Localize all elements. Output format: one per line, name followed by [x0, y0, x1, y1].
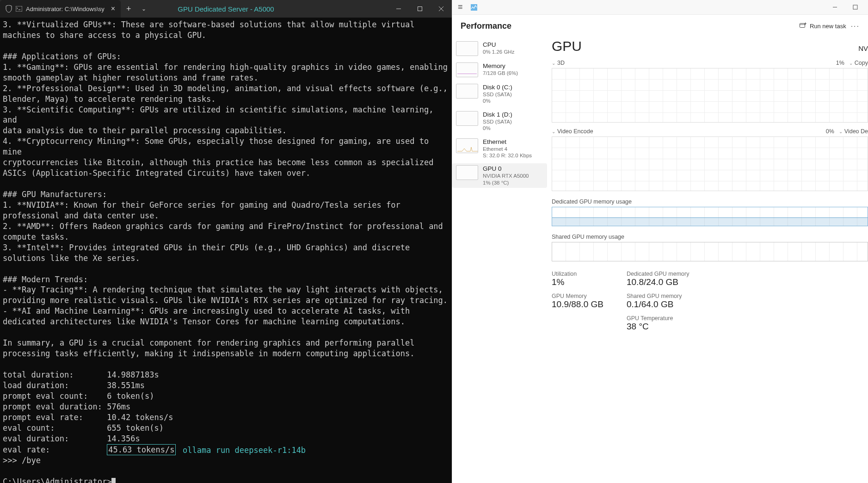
- window-controls: [388, 0, 452, 18]
- gpu-stats-grid: Utilization1% GPU Memory10.9/88.0 GB Ded…: [552, 271, 868, 332]
- graph-3d-label[interactable]: 3D: [557, 60, 565, 66]
- bye-line: >>> /bye: [3, 456, 41, 465]
- ethernet-thumbnail: [456, 138, 478, 153]
- eval-rate-highlight: 45.63 tokens/s: [107, 444, 176, 456]
- close-button[interactable]: [431, 0, 452, 18]
- graph-video-encode-label[interactable]: Video Encode: [557, 128, 593, 135]
- sidebar-item-label: GPU 0: [483, 165, 529, 172]
- stat-gpumem-value: 10.9/88.0 GB: [552, 299, 603, 310]
- graph-video-decode-label[interactable]: Video De: [844, 128, 868, 135]
- terminal-icon: [16, 6, 22, 12]
- tab-dropdown-button[interactable]: ⌄: [137, 6, 151, 12]
- sidebar-item-sub: NVIDIA RTX A5000 1% (38 °C): [483, 173, 529, 186]
- ollama-command-annotation: ollama run deepseek-r1:14b: [183, 445, 306, 456]
- task-manager-window: ≡ Performance Run new task ··· CPU0% 1.2…: [452, 0, 868, 483]
- terminal-body[interactable]: 3. **Virtualized GPUs**: These are softw…: [0, 18, 452, 483]
- disk0-thumbnail: [456, 84, 478, 99]
- cursor: [111, 478, 116, 483]
- tab-title: Administrator: C:\Windows\sy: [26, 6, 105, 12]
- chevron-down-icon[interactable]: ⌄: [849, 61, 853, 66]
- sidebar-item-sub: SSD (SATA) 0%: [483, 91, 512, 105]
- performance-sidebar: CPU0% 1.26 GHz Memory7/128 GB (6%) Disk …: [452, 35, 552, 483]
- stat-shmem-label: Shared GPU memory: [627, 293, 689, 299]
- sidebar-item-disk0[interactable]: Disk 0 (C:)SSD (SATA) 0%: [452, 82, 547, 106]
- svg-rect-2: [418, 7, 422, 11]
- chevron-down-icon[interactable]: ⌄: [552, 61, 555, 66]
- maximize-button[interactable]: [409, 0, 431, 18]
- shared-mem-label: Shared GPU memory usage: [552, 234, 868, 240]
- svg-rect-8: [800, 24, 805, 28]
- gpu0-thumbnail: [456, 165, 478, 180]
- performance-header: Performance Run new task ···: [452, 15, 868, 35]
- new-tab-button[interactable]: +: [121, 4, 137, 14]
- stat-temp-label: GPU Temperature: [627, 315, 689, 322]
- terminal-tab[interactable]: Administrator: C:\Windows\sy ×: [0, 0, 121, 18]
- gpu-detail-panel: GPU NV ⌄3D1%⌄Copy ⌄Video Encode0%⌄Video …: [552, 35, 868, 483]
- sidebar-item-label: Disk 1 (D:): [483, 111, 512, 118]
- chevron-down-icon[interactable]: ⌄: [552, 129, 555, 134]
- disk1-thumbnail: [456, 111, 478, 126]
- sidebar-item-sub: 7/128 GB (6%): [483, 70, 518, 76]
- graph-copy-label[interactable]: Copy: [855, 60, 868, 66]
- sidebar-item-cpu[interactable]: CPU0% 1.26 GHz: [452, 39, 547, 58]
- svg-rect-0: [16, 6, 22, 12]
- stat-utilization-label: Utilization: [552, 271, 603, 277]
- svg-rect-7: [853, 5, 857, 9]
- run-task-icon: [800, 22, 807, 30]
- run-new-task-button[interactable]: Run new task: [800, 22, 846, 30]
- taskmgr-window-controls: [825, 1, 865, 14]
- svg-rect-5: [471, 4, 477, 11]
- more-options-button[interactable]: ···: [851, 22, 860, 31]
- page-title: Performance: [461, 21, 511, 31]
- stat-shmem-value: 0.1/64.0 GB: [627, 299, 689, 310]
- graph-video-encode-pct: 0%: [826, 128, 834, 135]
- graph-dedicated-gpu-memory: [552, 207, 868, 226]
- graph-3d: [552, 68, 868, 123]
- terminal-output: 3. **Virtualized GPUs**: These are softw…: [3, 20, 448, 443]
- stat-dedmem-label: Dedicated GPU memory: [627, 271, 689, 277]
- sidebar-item-label: Ethernet: [483, 138, 532, 145]
- terminal-window: Administrator: C:\Windows\sy × + ⌄ GPU D…: [0, 0, 452, 483]
- cpu-thumbnail: [456, 41, 478, 56]
- sidebar-item-disk1[interactable]: Disk 1 (D:)SSD (SATA) 0%: [452, 109, 547, 134]
- sidebar-item-label: CPU: [483, 41, 514, 48]
- stat-utilization-value: 1%: [552, 277, 603, 287]
- graph-3d-pct: 1%: [836, 60, 844, 66]
- performance-content: CPU0% 1.26 GHz Memory7/128 GB (6%) Disk …: [452, 35, 868, 483]
- memory-thumbnail: [456, 62, 478, 77]
- terminal-titlebar[interactable]: Administrator: C:\Windows\sy × + ⌄ GPU D…: [0, 0, 452, 18]
- sidebar-item-sub: SSD (SATA) 0%: [483, 118, 512, 132]
- taskmgr-maximize-button[interactable]: [845, 1, 865, 14]
- graph-video-encode: [552, 136, 868, 191]
- hamburger-menu-button[interactable]: ≡: [455, 0, 466, 14]
- window-title: GPU Dedicated Server - A5000: [178, 5, 274, 13]
- sidebar-item-sub: Ethernet 4 S: 32.0 R: 32.0 Kbps: [483, 146, 532, 159]
- detail-title: GPU: [552, 38, 582, 54]
- dedicated-mem-label: Dedicated GPU memory usage: [552, 198, 868, 205]
- sidebar-item-memory[interactable]: Memory7/128 GB (6%): [452, 61, 547, 79]
- minimize-button[interactable]: [388, 0, 409, 18]
- chevron-down-icon[interactable]: ⌄: [839, 129, 843, 134]
- prompt-line: C:\Users\Administrator>: [3, 477, 111, 483]
- sidebar-item-ethernet[interactable]: EthernetEthernet 4 S: 32.0 R: 32.0 Kbps: [452, 136, 547, 161]
- stat-gpumem-label: GPU Memory: [552, 293, 603, 299]
- stat-dedmem-value: 10.8/24.0 GB: [627, 277, 689, 287]
- stat-temp-value: 38 °C: [627, 322, 689, 332]
- shield-icon: [6, 5, 12, 12]
- eval-rate-prefix: eval rate:: [3, 445, 107, 454]
- taskmgr-titlebar[interactable]: ≡: [452, 0, 868, 15]
- taskmgr-app-icon: [470, 4, 478, 11]
- sidebar-item-gpu0[interactable]: GPU 0NVIDIA RTX A5000 1% (38 °C): [452, 163, 547, 188]
- sidebar-item-sub: 0% 1.26 GHz: [483, 49, 514, 55]
- run-new-task-label: Run new task: [810, 23, 846, 30]
- detail-device-name: NV: [858, 44, 868, 52]
- taskmgr-minimize-button[interactable]: [825, 1, 845, 14]
- sidebar-item-label: Disk 0 (C:): [483, 84, 512, 91]
- graph-shared-gpu-memory: [552, 242, 868, 261]
- tab-close-button[interactable]: ×: [111, 5, 115, 13]
- sidebar-item-label: Memory: [483, 62, 518, 69]
